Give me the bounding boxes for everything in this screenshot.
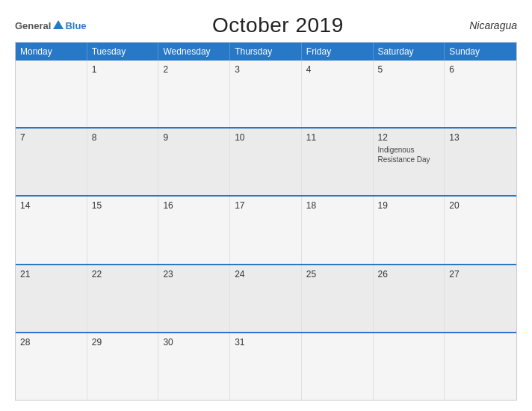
calendar-body: 123456789101112Indigenous Resistance Day… xyxy=(16,61,516,400)
day-number: 17 xyxy=(235,200,297,211)
day-number: 25 xyxy=(306,269,368,279)
calendar-week-2: 789101112Indigenous Resistance Day13 xyxy=(16,129,516,197)
calendar-cell: 21 xyxy=(16,265,87,332)
month-title: October 2019 xyxy=(212,13,344,37)
weekday-header-tuesday: Tuesday xyxy=(87,43,159,61)
calendar-cell: 15 xyxy=(87,197,159,263)
calendar-cell: 17 xyxy=(230,197,302,263)
calendar: MondayTuesdayWednesdayThursdayFridaySatu… xyxy=(15,42,517,401)
calendar-cell: 3 xyxy=(230,61,302,127)
day-number: 7 xyxy=(20,132,82,143)
logo-icon xyxy=(52,19,65,32)
country-label: Nicaragua xyxy=(469,19,517,31)
day-number: 21 xyxy=(20,269,82,279)
day-number: 30 xyxy=(163,337,225,347)
calendar-week-3: 14151617181920 xyxy=(16,197,516,265)
day-number: 23 xyxy=(163,269,225,279)
day-number: 6 xyxy=(449,64,512,75)
logo-general-text: General xyxy=(15,20,51,31)
calendar-cell: 26 xyxy=(374,265,445,332)
day-number: 12 xyxy=(378,132,440,143)
weekday-header-wednesday: Wednesday xyxy=(158,43,230,61)
weekday-header-friday: Friday xyxy=(302,43,374,61)
calendar-cell: 14 xyxy=(16,197,87,263)
day-number: 15 xyxy=(92,200,154,211)
day-number: 1 xyxy=(92,64,154,75)
calendar-cell: 10 xyxy=(230,129,302,195)
calendar-cell: 25 xyxy=(302,265,374,332)
calendar-cell: 12Indigenous Resistance Day xyxy=(374,129,445,195)
day-number: 24 xyxy=(235,269,297,279)
day-number: 16 xyxy=(163,200,225,211)
calendar-cell: 23 xyxy=(158,265,230,332)
day-number: 10 xyxy=(235,132,297,143)
day-number: 26 xyxy=(378,269,440,279)
calendar-cell: 29 xyxy=(87,333,159,400)
calendar-header: MondayTuesdayWednesdayThursdayFridaySatu… xyxy=(16,43,516,61)
calendar-cell: 7 xyxy=(16,129,87,195)
calendar-cell: 2 xyxy=(158,61,230,127)
day-number: 4 xyxy=(306,64,368,75)
calendar-cell xyxy=(374,333,445,400)
calendar-cell: 19 xyxy=(374,197,445,263)
calendar-cell: 11 xyxy=(302,129,374,195)
day-number: 20 xyxy=(449,200,512,211)
weekday-header-saturday: Saturday xyxy=(374,43,445,61)
calendar-cell: 1 xyxy=(87,61,159,127)
calendar-cell: 27 xyxy=(445,265,516,332)
calendar-week-5: 28293031 xyxy=(16,333,516,400)
day-number: 13 xyxy=(449,132,512,143)
day-number: 28 xyxy=(20,337,82,347)
calendar-cell: 9 xyxy=(158,129,230,195)
weekday-header-thursday: Thursday xyxy=(230,43,302,61)
calendar-cell: 5 xyxy=(374,61,445,127)
calendar-cell: 28 xyxy=(16,333,87,400)
weekday-header-sunday: Sunday xyxy=(445,43,516,61)
day-number: 31 xyxy=(235,337,297,347)
day-number: 8 xyxy=(92,132,154,143)
logo: General Blue xyxy=(15,19,87,32)
calendar-cell: 8 xyxy=(87,129,159,195)
calendar-week-4: 21222324252627 xyxy=(16,265,516,333)
calendar-cell: 22 xyxy=(87,265,159,332)
calendar-cell xyxy=(302,333,374,400)
calendar-cell: 6 xyxy=(445,61,516,127)
day-number: 11 xyxy=(306,132,368,143)
day-number: 9 xyxy=(163,132,225,143)
logo-blue-text: Blue xyxy=(65,20,86,31)
calendar-cell xyxy=(16,61,87,127)
day-number: 18 xyxy=(306,200,368,211)
day-number: 2 xyxy=(163,64,225,75)
calendar-cell xyxy=(445,333,516,400)
day-number: 22 xyxy=(92,269,154,279)
calendar-cell: 4 xyxy=(302,61,374,127)
svg-marker-0 xyxy=(53,20,64,29)
calendar-week-1: 123456 xyxy=(16,61,516,129)
top-bar: General Blue October 2019 Nicaragua xyxy=(15,13,517,37)
event-label: Indigenous Resistance Day xyxy=(378,145,440,164)
page: General Blue October 2019 Nicaragua Mond… xyxy=(0,0,532,411)
weekday-header-monday: Monday xyxy=(16,43,87,61)
day-number: 3 xyxy=(235,64,297,75)
calendar-cell: 16 xyxy=(158,197,230,263)
day-number: 29 xyxy=(92,337,154,347)
calendar-cell: 20 xyxy=(445,197,516,263)
calendar-cell: 30 xyxy=(158,333,230,400)
calendar-cell: 24 xyxy=(230,265,302,332)
day-number: 14 xyxy=(20,200,82,211)
calendar-cell: 31 xyxy=(230,333,302,400)
calendar-cell: 18 xyxy=(302,197,374,263)
day-number: 19 xyxy=(378,200,440,211)
day-number: 5 xyxy=(378,64,440,75)
day-number: 27 xyxy=(449,269,512,279)
calendar-cell: 13 xyxy=(445,129,516,195)
